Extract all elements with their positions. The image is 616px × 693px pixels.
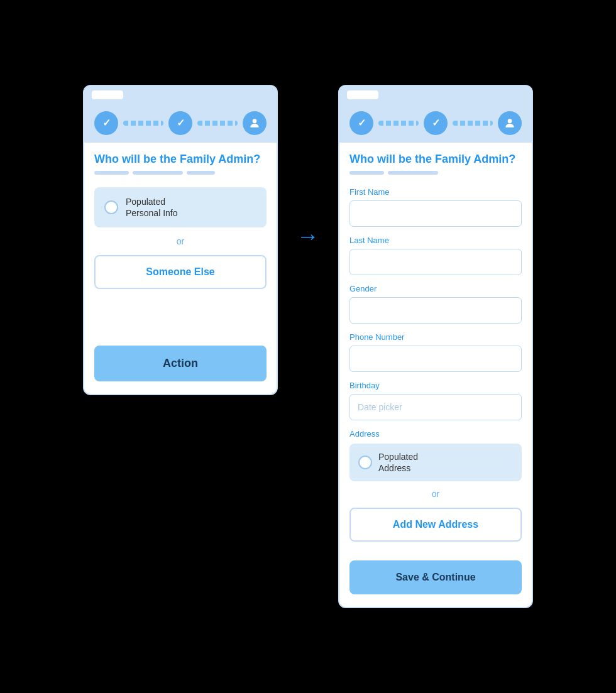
right-stepper: ✓ ✓ <box>339 104 532 143</box>
subtitle-line-1 <box>94 171 129 175</box>
personal-info-text: Populated Personal Info <box>126 196 178 219</box>
phone-number-input[interactable] <box>349 346 522 372</box>
first-name-input[interactable] <box>349 200 522 227</box>
address-option-text: Populated Address <box>378 451 418 474</box>
right-avatar-icon <box>498 111 522 135</box>
right-step-1: ✓ <box>349 111 373 135</box>
address-label: Address <box>349 429 522 439</box>
flow-arrow: → <box>297 223 319 249</box>
right-page-title: Who will be the Family Admin? <box>349 153 522 166</box>
gender-label: Gender <box>349 284 522 293</box>
left-check-1-icon: ✓ <box>102 117 111 129</box>
left-subtitle <box>94 171 267 175</box>
last-name-input[interactable] <box>349 249 522 275</box>
left-status-bar <box>84 86 277 104</box>
right-subtitle-line-1 <box>349 171 384 175</box>
left-step-1: ✓ <box>94 111 118 135</box>
left-status-pill <box>92 90 123 99</box>
svg-point-0 <box>253 119 257 123</box>
first-name-label: First Name <box>349 187 522 197</box>
date-picker-input[interactable]: Date picker <box>349 394 522 420</box>
svg-point-1 <box>508 119 512 123</box>
birthday-label: Birthday <box>349 381 522 390</box>
right-status-pill <box>347 90 378 99</box>
right-subtitle <box>349 171 522 175</box>
scene: ✓ ✓ Who will be the Family Admin? <box>58 47 558 646</box>
right-check-1-icon: ✓ <box>358 117 366 129</box>
right-subtitle-line-2 <box>388 171 438 175</box>
populated-address-option[interactable]: Populated Address <box>349 444 522 481</box>
personal-info-radio[interactable] <box>104 200 118 214</box>
right-check-2-icon: ✓ <box>432 117 440 129</box>
left-stepper: ✓ ✓ <box>84 104 277 143</box>
right-step-2: ✓ <box>424 111 448 135</box>
left-step-line-2 <box>197 121 238 126</box>
right-status-bar <box>339 86 532 104</box>
add-new-address-button[interactable]: Add New Address <box>349 508 522 542</box>
left-spacer <box>94 308 267 346</box>
gender-input[interactable] <box>349 297 522 324</box>
phone-number-label: Phone Number <box>349 332 522 342</box>
populated-personal-info-option[interactable]: Populated Personal Info <box>94 187 267 227</box>
left-page-title: Who will be the Family Admin? <box>94 153 267 166</box>
date-picker-placeholder: Date picker <box>358 402 402 412</box>
right-or-divider: or <box>349 489 522 499</box>
right-step-line-2 <box>453 121 493 126</box>
left-check-2-icon: ✓ <box>177 117 185 129</box>
save-continue-button[interactable]: Save & Continue <box>349 560 522 594</box>
right-step-line-1 <box>378 121 419 126</box>
action-button[interactable]: Action <box>94 346 267 381</box>
someone-else-button[interactable]: Someone Else <box>94 255 267 289</box>
address-radio[interactable] <box>358 456 372 469</box>
left-or-divider: or <box>94 236 267 246</box>
arrow-container: → <box>297 85 319 249</box>
left-phone-body: Who will be the Family Admin? Populated … <box>84 143 277 394</box>
subtitle-line-2 <box>133 171 183 175</box>
left-step-line-1 <box>123 121 163 126</box>
left-phone: ✓ ✓ Who will be the Family Admin? <box>83 85 278 395</box>
left-avatar-icon <box>243 111 267 135</box>
right-phone: ✓ ✓ Who will be the Family Admin? Fi <box>338 85 533 608</box>
left-step-2: ✓ <box>168 111 192 135</box>
last-name-label: Last Name <box>349 236 522 245</box>
right-phone-body: Who will be the Family Admin? First Name… <box>339 143 532 607</box>
subtitle-line-3 <box>187 171 215 175</box>
